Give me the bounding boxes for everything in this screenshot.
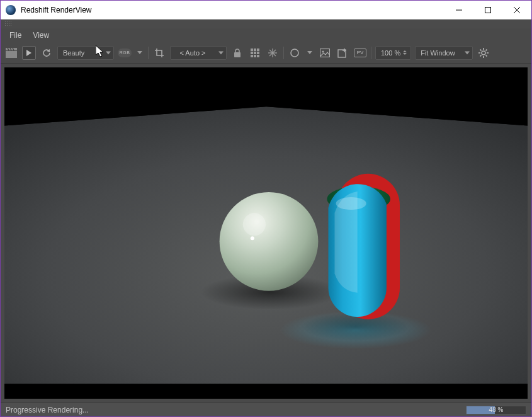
close-button[interactable] xyxy=(502,1,531,20)
chevron-down-icon xyxy=(137,51,142,54)
svg-rect-51 xyxy=(4,384,528,399)
rgb-mode-dropdown[interactable] xyxy=(135,46,144,60)
grid-icon[interactable] xyxy=(248,46,262,60)
svg-point-47 xyxy=(243,213,266,236)
refresh-button[interactable] xyxy=(40,46,54,60)
app-icon xyxy=(6,5,16,15)
circle-tool-icon[interactable] xyxy=(288,46,302,60)
snowflake-icon[interactable] xyxy=(266,46,280,60)
separator xyxy=(148,47,149,59)
svg-point-50 xyxy=(336,197,366,210)
zoom-spinner[interactable]: 100 % xyxy=(375,46,411,60)
statusbar: Progressive Rendering... 48 % xyxy=(1,403,531,416)
rgb-mode-button[interactable]: RGB xyxy=(118,46,132,60)
progress-bar: 48 % xyxy=(466,406,526,414)
grip-icon[interactable] xyxy=(4,21,12,27)
svg-point-31 xyxy=(482,51,485,55)
status-message: Progressive Rendering... xyxy=(6,406,89,414)
svg-rect-16 xyxy=(254,52,256,54)
svg-rect-18 xyxy=(251,55,253,57)
svg-line-37 xyxy=(486,55,487,56)
svg-rect-13 xyxy=(254,49,256,51)
app-window: Redshift RenderView File View Beauty xyxy=(0,0,532,417)
chevron-down-icon xyxy=(218,51,224,54)
separator xyxy=(371,47,371,59)
picture-viewer-button[interactable]: PV xyxy=(353,46,367,60)
svg-rect-52 xyxy=(4,67,528,86)
render-region-select[interactable]: < Auto > xyxy=(170,46,227,60)
svg-rect-15 xyxy=(251,52,253,54)
pv-badge-label: PV xyxy=(354,49,366,57)
viewport-wrap xyxy=(1,64,531,403)
lock-icon[interactable] xyxy=(230,46,244,60)
gear-icon[interactable] xyxy=(477,46,490,60)
svg-marker-9 xyxy=(26,50,31,56)
svg-rect-12 xyxy=(251,49,253,51)
svg-line-36 xyxy=(480,49,482,50)
svg-point-25 xyxy=(291,49,298,57)
svg-rect-14 xyxy=(257,49,259,51)
svg-rect-4 xyxy=(6,51,17,58)
svg-point-45 xyxy=(280,311,431,349)
grip-row xyxy=(1,20,531,28)
svg-rect-19 xyxy=(254,55,256,57)
aov-select[interactable]: Beauty xyxy=(57,46,114,60)
svg-line-38 xyxy=(486,49,487,50)
window-title: Redshift RenderView xyxy=(21,6,92,14)
zoom-value: 100 % xyxy=(381,49,400,57)
svg-point-27 xyxy=(322,50,324,52)
svg-rect-20 xyxy=(257,55,259,57)
maximize-button[interactable] xyxy=(473,1,502,20)
fit-select-value: Fit Window xyxy=(421,49,455,57)
svg-point-46 xyxy=(220,192,319,291)
chevron-down-icon xyxy=(465,51,470,54)
svg-line-39 xyxy=(480,55,482,56)
svg-point-48 xyxy=(251,236,254,240)
menu-view[interactable]: View xyxy=(28,30,54,41)
menu-file[interactable]: File xyxy=(4,30,26,41)
svg-rect-11 xyxy=(234,52,241,57)
play-button[interactable] xyxy=(22,46,36,60)
separator xyxy=(283,47,284,59)
render-region-value: < Auto > xyxy=(180,49,206,57)
aov-select-value: Beauty xyxy=(63,49,84,57)
picture-icon[interactable] xyxy=(318,46,332,60)
svg-rect-17 xyxy=(257,52,259,54)
rgb-pill-label: RGB xyxy=(118,49,132,57)
menubar: File View xyxy=(1,28,531,42)
crop-icon[interactable] xyxy=(152,46,166,60)
titlebar[interactable]: Redshift RenderView xyxy=(1,1,531,20)
render-viewport[interactable] xyxy=(4,67,528,399)
minimize-button[interactable] xyxy=(444,1,473,20)
fit-select[interactable]: Fit Window xyxy=(415,46,473,60)
chevron-down-icon xyxy=(106,51,111,54)
toolbar: Beauty RGB < Auto > xyxy=(1,42,531,64)
progress-percent-label: 48 % xyxy=(467,406,526,414)
clapper-icon[interactable] xyxy=(4,46,18,60)
spinner-arrows[interactable] xyxy=(403,50,408,55)
svg-rect-1 xyxy=(485,7,491,13)
circle-tool-dropdown[interactable] xyxy=(305,46,314,60)
snapshot-add-icon[interactable] xyxy=(336,46,349,60)
render-image xyxy=(4,67,528,399)
chevron-down-icon xyxy=(307,51,312,54)
